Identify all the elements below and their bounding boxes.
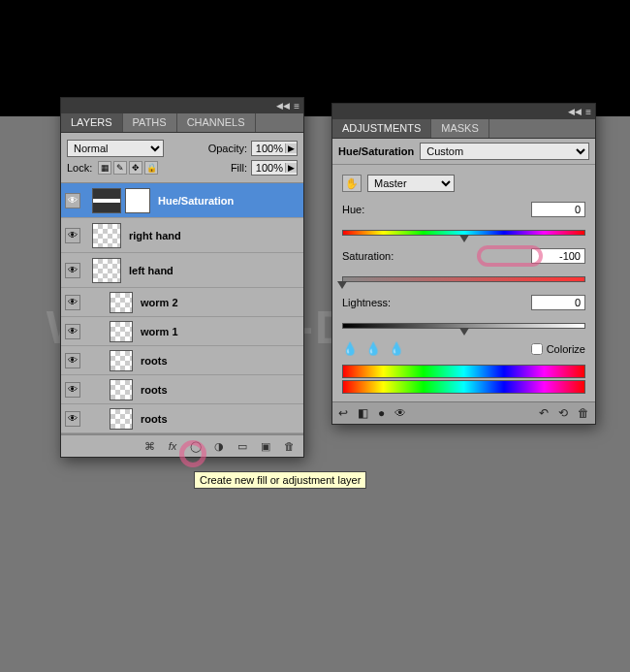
layer-thumbnail[interactable]: [110, 408, 133, 430]
layer-name: left hand: [125, 265, 173, 276]
tab-masks[interactable]: MASKS: [431, 119, 489, 138]
opacity-flyout-icon[interactable]: ▶: [285, 144, 297, 153]
layer-row[interactable]: 👁worm 1: [61, 317, 303, 346]
layer-row[interactable]: 👁roots: [61, 404, 303, 433]
layer-thumbnail[interactable]: [110, 379, 133, 400]
layer-name: Hue/Saturation: [154, 195, 234, 207]
adj-title: Hue/Saturation: [338, 145, 414, 157]
hue-label: Hue:: [342, 204, 364, 215]
opacity-label: Opacity:: [208, 143, 247, 154]
tab-channels[interactable]: CHANNELS: [177, 113, 256, 132]
visibility-toggle-icon[interactable]: 👁: [65, 324, 80, 339]
blend-mode-select[interactable]: Normal: [67, 140, 164, 157]
trash-icon[interactable]: 🗑: [280, 438, 298, 454]
layer-row[interactable]: 👁roots: [61, 346, 303, 375]
layer-list: 👁Hue/Saturation👁right hand👁left hand👁wor…: [61, 182, 303, 434]
delete-adj-icon[interactable]: 🗑: [578, 406, 589, 420]
colorize-checkbox[interactable]: Colorize: [531, 343, 585, 355]
visibility-toggle-icon[interactable]: 👁: [65, 382, 80, 398]
layer-name: roots: [137, 355, 168, 367]
lock-all-icon[interactable]: 🔒: [144, 161, 158, 175]
layer-thumbnail[interactable]: [110, 350, 133, 371]
hue-spectrum-top: [342, 365, 585, 378]
layer-name: worm 2: [137, 297, 178, 308]
saturation-slider[interactable]: [342, 270, 585, 287]
visibility-toggle-icon[interactable]: 👁: [65, 295, 80, 310]
lock-pixels-icon[interactable]: ✎: [113, 161, 127, 175]
layer-thumbnail[interactable]: [110, 292, 133, 313]
adjustments-panel: ◀◀ ≡ ADJUSTMENTS MASKS Hue/Saturation Cu…: [331, 103, 596, 425]
adj-title-row: Hue/Saturation Custom: [332, 139, 595, 165]
tab-layers[interactable]: LAYERS: [61, 113, 123, 132]
visibility-toggle-icon[interactable]: 👁: [65, 263, 80, 278]
prev-state-icon[interactable]: ↶: [539, 406, 549, 420]
link-layers-icon[interactable]: ⌘: [141, 438, 158, 454]
adj-body: ✋ Master Hue: Saturation: Lightness:: [332, 165, 595, 401]
layer-name: worm 1: [137, 326, 178, 337]
fx-icon[interactable]: fx: [164, 438, 181, 454]
lock-label: Lock:: [67, 162, 92, 174]
visibility-toggle-icon[interactable]: 👁: [65, 353, 80, 368]
panel-header: ◀◀ ≡: [61, 98, 303, 113]
layer-thumbnail[interactable]: [92, 223, 121, 248]
expand-icon[interactable]: ◧: [358, 406, 368, 420]
layer-row[interactable]: 👁worm 2: [61, 288, 303, 317]
eyedropper-plus-icon[interactable]: 💧: [365, 341, 381, 357]
lightness-slider[interactable]: [342, 316, 585, 334]
hue-slider[interactable]: [342, 223, 585, 240]
saturation-label: Saturation:: [342, 250, 394, 262]
layers-options: Normal Opacity: ▶ Lock: ▦ ✎ ✥ 🔒 Fill: ▶: [61, 133, 303, 182]
adj-panel-header: ◀◀ ≡: [332, 104, 595, 119]
layer-row[interactable]: 👁left hand: [61, 253, 303, 288]
layers-panel: ◀◀ ≡ LAYERS PATHS CHANNELS Normal Opacit…: [60, 97, 304, 458]
return-icon[interactable]: ↩: [338, 406, 348, 420]
layer-row[interactable]: 👁right hand: [61, 218, 303, 253]
channel-select[interactable]: Master: [367, 175, 455, 192]
fill-input[interactable]: ▶: [251, 160, 298, 176]
layer-thumbnail[interactable]: [110, 321, 133, 342]
clip-icon[interactable]: ●: [378, 406, 385, 420]
hue-spectrum-bottom: [342, 380, 585, 394]
layer-mask-thumbnail[interactable]: [125, 188, 150, 213]
eyedropper-icon[interactable]: 💧: [342, 341, 358, 357]
layer-name: right hand: [125, 230, 181, 241]
new-layer-icon[interactable]: ▣: [257, 438, 274, 454]
layer-name: roots: [137, 384, 168, 396]
opacity-input[interactable]: ▶: [251, 141, 298, 156]
group-icon[interactable]: ▭: [234, 438, 251, 454]
visibility-icon[interactable]: 👁: [394, 406, 406, 420]
tooltip: Create new fill or adjustment layer: [194, 471, 366, 489]
mask-icon[interactable]: ◯: [187, 438, 205, 454]
visibility-toggle-icon[interactable]: 👁: [65, 228, 80, 243]
fill-flyout-icon[interactable]: ▶: [285, 163, 297, 173]
tab-adjustments[interactable]: ADJUSTMENTS: [332, 119, 431, 138]
panel-menu-icon[interactable]: ≡: [585, 107, 591, 117]
hue-input[interactable]: [531, 202, 585, 217]
saturation-input[interactable]: [531, 248, 585, 264]
lightness-input[interactable]: [531, 295, 585, 310]
layers-tabs: LAYERS PATHS CHANNELS: [61, 113, 303, 133]
lightness-label: Lightness:: [342, 297, 391, 308]
layer-thumbnail[interactable]: [92, 258, 121, 283]
reset-icon[interactable]: ⟲: [558, 406, 568, 420]
visibility-toggle-icon[interactable]: 👁: [65, 411, 80, 427]
fill-label: Fill:: [231, 162, 247, 174]
visibility-toggle-icon[interactable]: 👁: [65, 193, 80, 208]
preset-select[interactable]: Custom: [420, 143, 589, 160]
layer-row[interactable]: 👁Hue/Saturation: [61, 183, 303, 218]
tab-paths[interactable]: PATHS: [123, 113, 177, 132]
lock-position-icon[interactable]: ✥: [129, 161, 142, 175]
adjustment-layer-icon[interactable]: ◑: [210, 438, 228, 454]
targeted-adjust-icon[interactable]: ✋: [342, 175, 362, 192]
collapse-icon[interactable]: ◀◀: [568, 107, 582, 116]
adj-tabs: ADJUSTMENTS MASKS: [332, 119, 595, 139]
eyedropper-minus-icon[interactable]: 💧: [389, 341, 404, 357]
layer-row[interactable]: 👁roots: [61, 375, 303, 404]
layers-footer: ⌘ fx ◯ ◑ ▭ ▣ 🗑: [61, 434, 303, 457]
collapse-icon[interactable]: ◀◀: [276, 101, 290, 111]
lock-transparent-icon[interactable]: ▦: [98, 161, 111, 175]
adj-footer: ↩ ◧ ● 👁 ↶ ⟲ 🗑: [332, 401, 595, 424]
panel-menu-icon[interactable]: ≡: [294, 101, 299, 112]
layer-name: roots: [137, 413, 168, 425]
layer-thumbnail[interactable]: [92, 188, 121, 213]
